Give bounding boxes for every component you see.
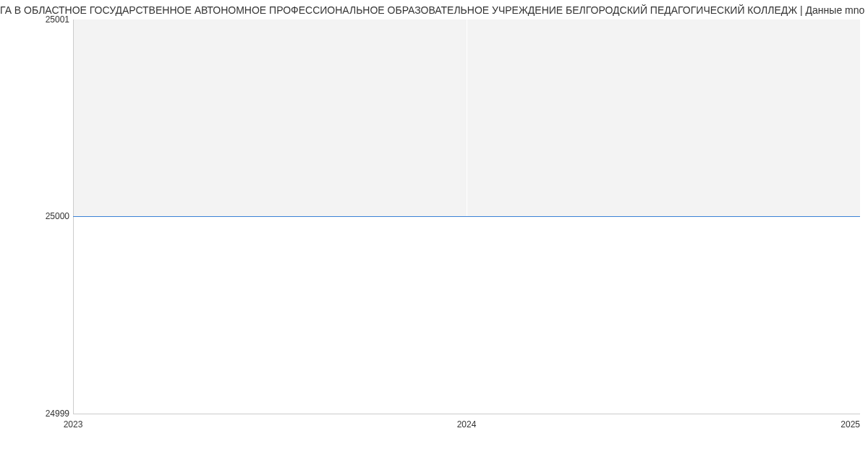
y-tick-label: 24999 xyxy=(0,409,69,419)
x-tick-label: 2025 xyxy=(841,419,860,430)
x-axis xyxy=(73,414,860,414)
y-tick-label: 25001 xyxy=(0,14,69,25)
x-tick-label: 2023 xyxy=(64,419,83,430)
x-tick-label: 2024 xyxy=(457,419,477,430)
y-tick-label: 25000 xyxy=(0,211,69,221)
series-line xyxy=(73,216,860,217)
chart-title: ГА В ОБЛАСТНОЕ ГОСУДАРСТВЕННОЕ АВТОНОМНО… xyxy=(0,4,868,16)
